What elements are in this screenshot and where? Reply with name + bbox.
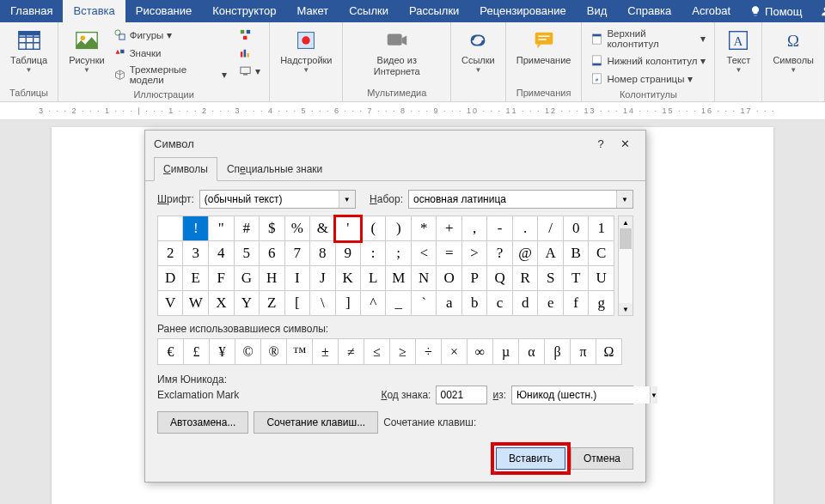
tab-layout[interactable]: Макет (286, 0, 339, 22)
symbol-cell[interactable]: $ (260, 216, 284, 241)
header-button[interactable]: Верхний колонтитул ▾ (587, 26, 709, 52)
symbol-cell[interactable]: " (209, 216, 234, 241)
ruler[interactable]: 3 · · · 2 · · · 1 · · · | · · · 1 · · · … (0, 102, 825, 120)
recent-symbol-cell[interactable]: α (519, 339, 545, 365)
symbol-cell[interactable]: ! (183, 216, 209, 241)
chart-button[interactable] (235, 44, 264, 62)
recent-symbol-cell[interactable]: ™ (287, 339, 313, 365)
symbol-cell[interactable]: c (487, 291, 512, 316)
symbol-cell[interactable]: : (361, 241, 386, 266)
symbol-cell[interactable]: R (512, 266, 538, 291)
symbol-cell[interactable]: 2 (158, 241, 183, 266)
symbol-cell[interactable]: I (284, 266, 310, 291)
autocorrect-button[interactable]: Автозамена... (157, 411, 248, 434)
symbol-cell[interactable]: f (563, 291, 588, 316)
symbol-cell[interactable]: \ (310, 291, 336, 316)
symbol-cell[interactable]: V (158, 291, 183, 316)
symbol-cell[interactable]: ^ (361, 291, 386, 316)
tab-help[interactable]: Справка (617, 0, 681, 22)
symbol-cell[interactable]: X (209, 291, 234, 316)
symbol-cell[interactable]: < (411, 241, 436, 266)
symbol-cell[interactable]: + (437, 216, 461, 241)
symbol-cell[interactable]: a (437, 291, 461, 316)
3dmodels-button[interactable]: Трехмерные модели ▾ (110, 62, 230, 88)
symbol-cell[interactable]: ) (386, 216, 412, 241)
recent-symbol-cell[interactable]: ± (313, 339, 339, 365)
recent-symbol-cell[interactable]: ¥ (210, 339, 235, 365)
tab-mailings[interactable]: Рассылки (399, 0, 469, 22)
tab-draw[interactable]: Рисование (125, 0, 202, 22)
symbol-cell[interactable]: F (209, 266, 234, 291)
symbol-cell[interactable]: / (538, 216, 563, 241)
symbol-cell[interactable]: L (361, 266, 386, 291)
symbol-cell[interactable]: 8 (310, 241, 336, 266)
symbol-cell[interactable]: B (563, 241, 588, 266)
recent-symbol-cell[interactable]: Ω (596, 339, 622, 365)
recent-symbol-cell[interactable]: µ (493, 339, 519, 365)
tab-home[interactable]: Главная (0, 0, 63, 22)
symbol-cell[interactable] (158, 216, 183, 241)
tab-special[interactable]: Специальные знаки (217, 157, 332, 181)
tab-design[interactable]: Конструктор (202, 0, 286, 22)
symbol-cell[interactable]: ; (386, 241, 412, 266)
links-button[interactable]: Ссылки▼ (456, 26, 500, 76)
textbox-button[interactable]: AТекст▼ (720, 26, 756, 76)
symbol-cell[interactable]: U (589, 266, 614, 291)
symbol-cell[interactable]: S (538, 266, 563, 291)
symbol-cell[interactable]: G (234, 266, 259, 291)
symbol-cell[interactable]: ] (335, 291, 360, 316)
recent-symbol-cell[interactable]: £ (184, 339, 210, 365)
set-combo[interactable]: ▼ (408, 190, 633, 209)
symbol-cell[interactable]: 5 (234, 241, 259, 266)
symbol-cell[interactable]: O (437, 266, 461, 291)
symbol-cell[interactable]: # (234, 216, 259, 241)
recent-symbol-cell[interactable]: π (571, 339, 596, 365)
font-combo[interactable]: ▼ (199, 190, 356, 209)
from-combo[interactable]: ▼ (511, 386, 633, 404)
tab-symbols[interactable]: Символы (154, 157, 217, 181)
symbol-cell[interactable]: H (260, 266, 284, 291)
symbol-cell[interactable]: % (284, 216, 310, 241)
tab-insert[interactable]: Вставка (63, 0, 125, 22)
symbol-cell[interactable]: 1 (589, 216, 614, 241)
cancel-button[interactable]: Отмена (571, 447, 633, 470)
symbol-cell[interactable]: Z (260, 291, 284, 316)
recent-symbol-cell[interactable]: × (442, 339, 468, 365)
chevron-down-icon[interactable]: ▼ (616, 191, 632, 208)
symbol-cell[interactable]: _ (386, 291, 412, 316)
scroll-thumb[interactable] (620, 228, 632, 249)
symbol-cell[interactable]: 6 (260, 241, 284, 266)
recent-symbol-cell[interactable]: ≥ (390, 339, 416, 365)
recent-symbol-cell[interactable]: ≤ (364, 339, 390, 365)
symbol-cell[interactable]: C (589, 241, 614, 266)
icons-button[interactable]: Значки (110, 44, 230, 62)
tab-acrobat[interactable]: Acrobat (681, 0, 741, 22)
tab-review[interactable]: Рецензирование (469, 0, 576, 22)
pagenum-button[interactable]: #Номер страницы ▾ (587, 70, 709, 88)
recent-symbol-cell[interactable]: ® (261, 339, 287, 365)
recent-symbol-cell[interactable]: € (158, 339, 184, 365)
symbol-cell[interactable]: N (411, 266, 436, 291)
symbol-cell[interactable]: b (461, 291, 486, 316)
chevron-down-icon[interactable]: ▼ (339, 191, 355, 208)
symbol-cell[interactable]: [ (284, 291, 310, 316)
symbol-cell[interactable]: A (538, 241, 563, 266)
symbol-cell[interactable]: = (437, 241, 461, 266)
tab-view[interactable]: Вид (577, 0, 618, 22)
close-button[interactable]: ✕ (613, 137, 637, 150)
symbols-button[interactable]: ΩСимволы▼ (767, 26, 819, 76)
symbol-cell[interactable]: e (538, 291, 563, 316)
shapes-button[interactable]: Фигуры ▾ (110, 26, 230, 44)
symbol-cell[interactable]: J (310, 266, 336, 291)
pictures-button[interactable]: Рисунки▼ (64, 26, 110, 76)
symbol-cell[interactable]: 3 (183, 241, 209, 266)
symbol-cell[interactable]: 7 (284, 241, 310, 266)
footer-button[interactable]: Нижний колонтитул ▾ (587, 52, 709, 70)
symbol-cell[interactable]: 9 (335, 241, 360, 266)
video-button[interactable]: Видео из Интернета (348, 26, 445, 79)
symbol-cell[interactable]: W (183, 291, 209, 316)
symbol-cell[interactable]: Y (234, 291, 259, 316)
table-button[interactable]: Таблица▼ (5, 26, 52, 76)
symbol-cell[interactable]: * (411, 216, 436, 241)
symbol-cell[interactable]: D (158, 266, 183, 291)
